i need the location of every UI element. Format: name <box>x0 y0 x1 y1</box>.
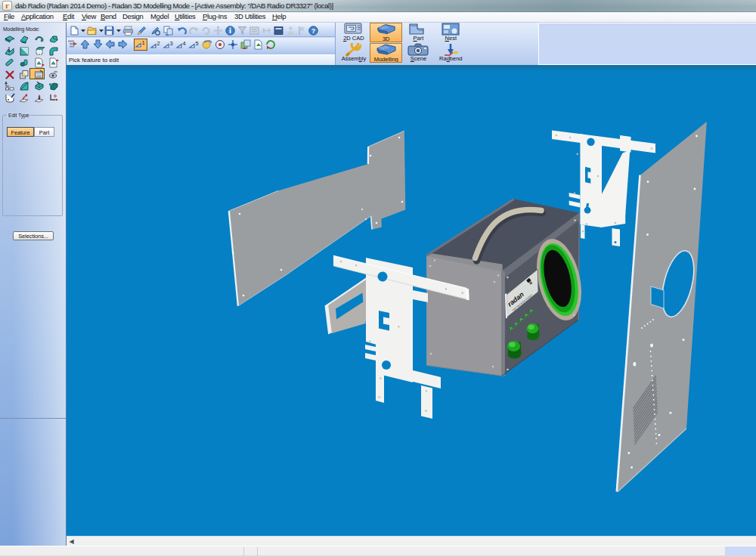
svg-text:?: ? <box>311 27 316 35</box>
svg-text:2: 2 <box>157 40 160 47</box>
svg-text:5: 5 <box>196 40 199 47</box>
svg-text:1: 1 <box>142 39 145 46</box>
svg-text:3: 3 <box>170 40 173 47</box>
svg-text:4: 4 <box>183 40 186 47</box>
